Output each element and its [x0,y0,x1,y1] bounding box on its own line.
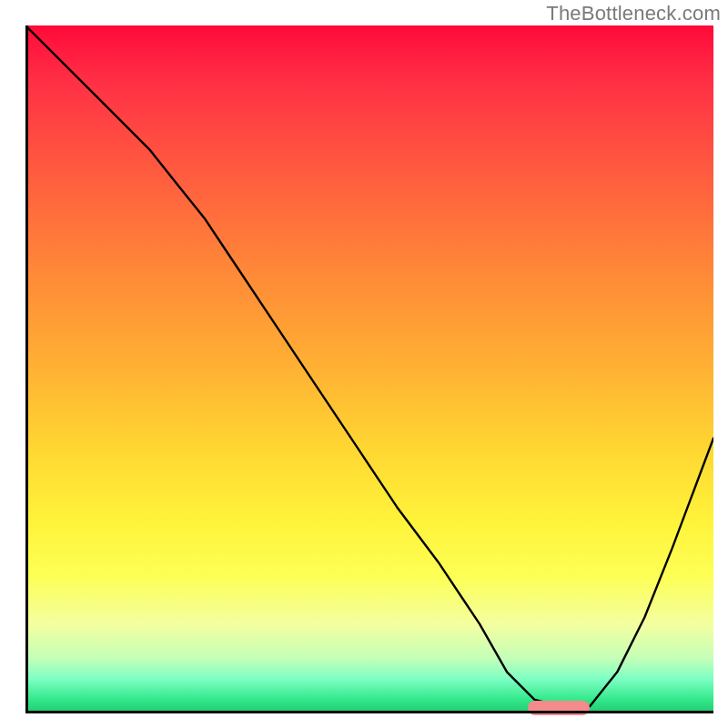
chart-container: TheBottleneck.com [0,0,728,728]
plot-area [25,25,713,713]
curve-path [25,25,713,706]
watermark-text: TheBottleneck.com [546,2,721,25]
y-axis-line [25,25,28,713]
x-axis-line [25,711,713,713]
bottleneck-curve [25,25,713,713]
